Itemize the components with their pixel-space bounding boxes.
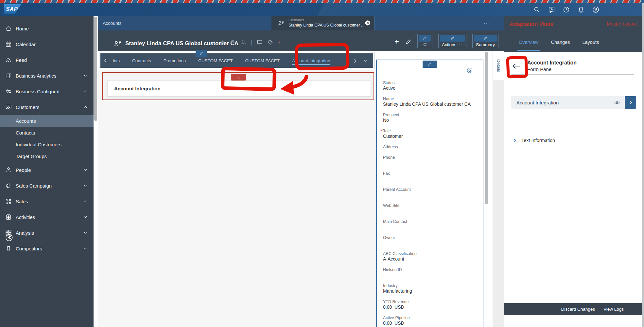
sap-logo[interactable]: SAP [4, 4, 21, 14]
facet-tab[interactable]: Contracts [132, 56, 151, 65]
adapt-edit-pane-chip[interactable] [231, 74, 246, 81]
search-icon[interactable] [533, 6, 541, 13]
facet-overflow-icon[interactable] [363, 58, 369, 64]
collapse-panel-icon[interactable] [466, 67, 473, 74]
actions-button-adaptable[interactable]: Actions [438, 34, 466, 48]
window-scrollbar-strip[interactable] [642, 3, 644, 327]
sidebar-item[interactable]: Analysis [0, 225, 94, 241]
adaptation-tab[interactable]: Overview [519, 32, 538, 52]
sidebar-scrollbar-thumb[interactable] [94, 17, 97, 121]
adapt-edit-info-chip[interactable] [423, 61, 437, 68]
actions-button-label: Actions [442, 42, 456, 47]
field-value: 0,00 USD [383, 320, 479, 326]
sidebar-item[interactable]: Sales [0, 193, 94, 209]
field-label: Web Site [383, 203, 400, 208]
chevron-icon[interactable] [83, 105, 88, 109]
adapt-edit-chip[interactable] [474, 35, 497, 42]
flag-icon[interactable] [230, 39, 236, 45]
sidebar-item[interactable]: Feed [0, 52, 94, 68]
sidebar-item[interactable]: Calendar [0, 36, 94, 52]
sidebar-item[interactable]: Target Groups [0, 150, 94, 162]
sidebar-item[interactable]: Activities [0, 209, 94, 225]
facet-tab[interactable]: Account Integration [292, 56, 330, 65]
adaptation-tab[interactable]: Changes [551, 32, 570, 52]
chevron-icon[interactable] [83, 199, 88, 204]
chevron-icon[interactable] [83, 89, 88, 94]
collapse-sidebar-icon[interactable] [5, 233, 13, 242]
sidebar-item[interactable]: Customers [0, 99, 94, 115]
facet-tab[interactable]: CUSTOM FACET [245, 56, 280, 65]
chevron-icon[interactable] [83, 73, 88, 78]
sidebar-item[interactable]: Contacts [0, 127, 94, 138]
back-arrow-icon[interactable] [512, 62, 521, 70]
sidebar-item[interactable]: Individual Customers [0, 138, 94, 150]
account-integration-row[interactable]: Account Integration [511, 96, 636, 109]
facet-tabstrip-container: ints Contracts Promotions CUSTOM FACET C… [99, 52, 374, 69]
icon-separator: | [251, 39, 252, 46]
favorite-star-icon[interactable] [219, 39, 226, 45]
field-value: - [383, 160, 479, 166]
adaptation-tab[interactable]: Layouts [582, 32, 599, 52]
tab-overflow-button[interactable]: ... [484, 19, 490, 25]
scroll-facets-left-icon[interactable] [103, 58, 108, 63]
adaptation-footer: Discard Changes View Logs [504, 303, 642, 315]
info-field: *YTD Revenue 0,00 USD [383, 300, 479, 310]
close-tab-icon[interactable] [364, 20, 371, 26]
call-icon[interactable] [548, 6, 555, 13]
sidebar-item[interactable]: Accounts [0, 115, 94, 127]
facet-tab[interactable]: CUSTOM FACET [198, 56, 233, 65]
chevron-icon[interactable] [83, 183, 88, 188]
account-icon[interactable] [592, 6, 600, 13]
facet-tab[interactable]: ints [113, 56, 120, 65]
account-integration-section-card[interactable]: Account Integration [107, 81, 371, 96]
adapt-edit-chip[interactable] [440, 35, 465, 42]
chevron-icon[interactable] [83, 168, 88, 172]
chevron-icon[interactable] [83, 215, 88, 219]
info-panel-scrollbar[interactable] [483, 51, 493, 327]
drill-in-button[interactable] [625, 96, 636, 109]
sidebar-item[interactable]: Business Configurat... [0, 83, 94, 99]
tab-object-type: Customer [288, 18, 304, 22]
scroll-facets-right-icon[interactable] [352, 58, 358, 64]
edit-pencil-icon[interactable] [405, 39, 411, 45]
tab-accounts[interactable]: Accounts [98, 16, 262, 30]
chevron-icon[interactable] [83, 230, 88, 235]
details-info-panel: *Status Active *Name Stanley Linda CPA U… [376, 60, 483, 327]
add-tag-button[interactable]: + [277, 39, 281, 46]
text-information-expander[interactable]: Text Information [512, 138, 555, 143]
field-label: Active Pipeline [383, 316, 410, 320]
recents-icon[interactable] [563, 6, 570, 13]
tag-icon[interactable] [267, 39, 273, 45]
tab-customer-active[interactable]: Customer Stanley Linda CPA US Global cus… [271, 16, 374, 30]
field-label: Fax [383, 171, 390, 176]
refresh-button-adaptable[interactable] [417, 34, 432, 48]
top-stripe-border [0, 0, 644, 3]
chat-icon[interactable] [256, 39, 263, 45]
object-header-icons: | + [219, 39, 281, 46]
view-logs-button[interactable]: View Logs [603, 307, 624, 312]
refresh-icon[interactable] [423, 42, 427, 47]
sidebar-item[interactable]: Sales Campaign [0, 178, 94, 193]
info-scrollbar-thumb[interactable] [485, 52, 488, 204]
adapt-edit-facets-chip[interactable] [196, 50, 207, 57]
sidebar-item[interactable]: Competitors [0, 241, 94, 256]
feed-follow-icon[interactable] [240, 39, 247, 45]
discard-changes-button[interactable]: Discard Changes [561, 307, 595, 312]
sidebar-item[interactable]: People [0, 162, 94, 178]
summary-button-adaptable[interactable]: Summary [472, 34, 498, 48]
business-configuration-icon [5, 88, 12, 95]
create-new-button[interactable]: + [394, 35, 399, 48]
sidebar-item[interactable]: Home [0, 21, 94, 36]
sidebar-collapse-button[interactable] [5, 233, 13, 242]
facet-tab[interactable]: Promotions [164, 56, 186, 65]
chevron-icon[interactable] [83, 246, 88, 251]
adapt-edit-chip[interactable] [419, 35, 431, 42]
field-value: - [383, 240, 479, 246]
notifications-icon[interactable] [577, 6, 585, 13]
business-analytics-icon [5, 72, 12, 79]
tab-details-vertical[interactable]: Details [493, 51, 504, 81]
sidebar-scrollbar[interactable] [94, 16, 98, 309]
info-field-list: *Status Active *Name Stanley Linda CPA U… [383, 81, 479, 327]
visibility-eye-icon[interactable] [614, 100, 620, 106]
sidebar-item[interactable]: Business Analytics [0, 68, 94, 83]
